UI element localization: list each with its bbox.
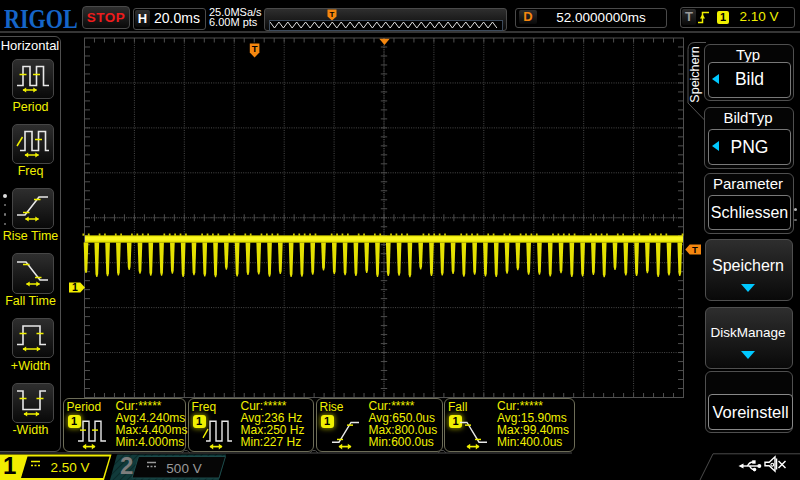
svg-text:1: 1 bbox=[72, 281, 78, 293]
svg-text:T: T bbox=[330, 10, 335, 19]
svg-text:T: T bbox=[252, 43, 258, 54]
svg-text:T: T bbox=[692, 244, 698, 255]
